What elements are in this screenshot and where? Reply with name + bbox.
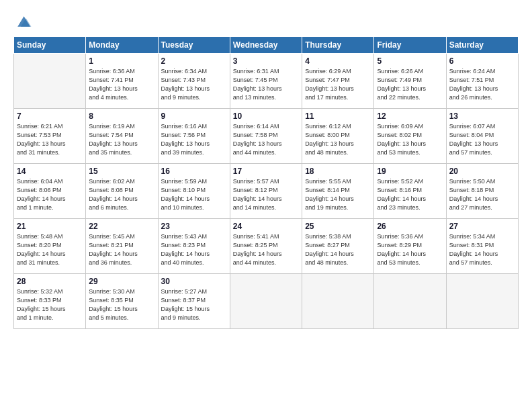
- day-info: Sunrise: 5:38 AM Sunset: 8:27 PM Dayligh…: [305, 232, 371, 267]
- calendar-cell: 22Sunrise: 5:45 AM Sunset: 8:21 PM Dayli…: [86, 219, 158, 274]
- calendar-cell: [446, 274, 518, 329]
- calendar-cell: 15Sunrise: 6:02 AM Sunset: 8:08 PM Dayli…: [86, 164, 158, 219]
- calendar-cell: 18Sunrise: 5:55 AM Sunset: 8:14 PM Dayli…: [302, 164, 374, 219]
- calendar-cell: 1Sunrise: 6:36 AM Sunset: 7:41 PM Daylig…: [86, 54, 158, 109]
- calendar-cell: 23Sunrise: 5:43 AM Sunset: 8:23 PM Dayli…: [158, 219, 230, 274]
- day-info: Sunrise: 6:21 AM Sunset: 7:53 PM Dayligh…: [17, 122, 83, 157]
- day-info: Sunrise: 5:27 AM Sunset: 8:37 PM Dayligh…: [161, 287, 227, 322]
- calendar-cell: 30Sunrise: 5:27 AM Sunset: 8:37 PM Dayli…: [158, 274, 230, 329]
- calendar-cell: 11Sunrise: 6:12 AM Sunset: 8:00 PM Dayli…: [302, 109, 374, 164]
- day-info: Sunrise: 6:12 AM Sunset: 8:00 PM Dayligh…: [305, 122, 371, 157]
- day-number: 26: [377, 222, 443, 231]
- calendar-cell: 17Sunrise: 5:57 AM Sunset: 8:12 PM Dayli…: [230, 164, 302, 219]
- day-info: Sunrise: 5:57 AM Sunset: 8:12 PM Dayligh…: [233, 177, 299, 212]
- day-info: Sunrise: 6:29 AM Sunset: 7:47 PM Dayligh…: [305, 67, 371, 102]
- day-number: 27: [449, 222, 515, 231]
- day-number: 2: [161, 56, 227, 66]
- calendar-cell: [230, 274, 302, 329]
- day-number: 24: [233, 222, 299, 231]
- day-info: Sunrise: 6:31 AM Sunset: 7:45 PM Dayligh…: [233, 67, 299, 102]
- col-header-sunday: Sunday: [14, 37, 86, 54]
- calendar-cell: 9Sunrise: 6:16 AM Sunset: 7:56 PM Daylig…: [158, 109, 230, 164]
- day-number: 9: [161, 111, 227, 121]
- calendar-cell: 19Sunrise: 5:52 AM Sunset: 8:16 PM Dayli…: [374, 164, 446, 219]
- calendar-cell: 5Sunrise: 6:26 AM Sunset: 7:49 PM Daylig…: [374, 54, 446, 109]
- day-number: 30: [161, 277, 227, 286]
- calendar-cell: 21Sunrise: 5:48 AM Sunset: 8:20 PM Dayli…: [14, 219, 86, 274]
- col-header-monday: Monday: [86, 37, 158, 54]
- calendar-cell: [14, 54, 86, 109]
- day-info: Sunrise: 5:59 AM Sunset: 8:10 PM Dayligh…: [161, 177, 227, 212]
- day-info: Sunrise: 6:26 AM Sunset: 7:49 PM Dayligh…: [377, 67, 443, 102]
- day-info: Sunrise: 5:48 AM Sunset: 8:20 PM Dayligh…: [17, 232, 83, 267]
- day-info: Sunrise: 5:50 AM Sunset: 8:18 PM Dayligh…: [449, 177, 515, 212]
- calendar-cell: 8Sunrise: 6:19 AM Sunset: 7:54 PM Daylig…: [86, 109, 158, 164]
- day-number: 22: [89, 222, 154, 231]
- day-number: 4: [305, 56, 371, 66]
- day-number: 23: [161, 222, 227, 231]
- day-info: Sunrise: 5:32 AM Sunset: 8:33 PM Dayligh…: [17, 287, 83, 322]
- day-info: Sunrise: 5:52 AM Sunset: 8:16 PM Dayligh…: [377, 177, 443, 212]
- day-number: 20: [449, 167, 515, 176]
- calendar-cell: 3Sunrise: 6:31 AM Sunset: 7:45 PM Daylig…: [230, 54, 302, 109]
- calendar-cell: 16Sunrise: 5:59 AM Sunset: 8:10 PM Dayli…: [158, 164, 230, 219]
- day-number: 17: [233, 167, 299, 176]
- day-number: 16: [161, 167, 227, 176]
- day-number: 3: [233, 56, 299, 66]
- day-info: Sunrise: 5:43 AM Sunset: 8:23 PM Dayligh…: [161, 232, 227, 267]
- calendar-cell: [302, 274, 374, 329]
- day-number: 18: [305, 167, 371, 176]
- calendar-cell: 4Sunrise: 6:29 AM Sunset: 7:47 PM Daylig…: [302, 54, 374, 109]
- col-header-tuesday: Tuesday: [158, 37, 230, 54]
- day-number: 29: [89, 277, 154, 286]
- day-info: Sunrise: 6:19 AM Sunset: 7:54 PM Dayligh…: [89, 122, 154, 157]
- day-info: Sunrise: 5:45 AM Sunset: 8:21 PM Dayligh…: [89, 232, 154, 267]
- day-info: Sunrise: 6:16 AM Sunset: 7:56 PM Dayligh…: [161, 122, 227, 157]
- day-number: 13: [449, 111, 515, 121]
- calendar-cell: 26Sunrise: 5:36 AM Sunset: 8:29 PM Dayli…: [374, 219, 446, 274]
- calendar-cell: 20Sunrise: 5:50 AM Sunset: 8:18 PM Dayli…: [446, 164, 518, 219]
- col-header-wednesday: Wednesday: [230, 37, 302, 54]
- calendar-cell: 2Sunrise: 6:34 AM Sunset: 7:43 PM Daylig…: [158, 54, 230, 109]
- day-info: Sunrise: 6:04 AM Sunset: 8:06 PM Dayligh…: [17, 177, 83, 212]
- calendar-cell: 28Sunrise: 5:32 AM Sunset: 8:33 PM Dayli…: [14, 274, 86, 329]
- calendar-cell: [374, 274, 446, 329]
- calendar-cell: 14Sunrise: 6:04 AM Sunset: 8:06 PM Dayli…: [14, 164, 86, 219]
- day-number: 7: [17, 111, 83, 121]
- day-info: Sunrise: 6:02 AM Sunset: 8:08 PM Dayligh…: [89, 177, 154, 212]
- day-number: 15: [89, 167, 154, 176]
- calendar-cell: 27Sunrise: 5:34 AM Sunset: 8:31 PM Dayli…: [446, 219, 518, 274]
- calendar-cell: 13Sunrise: 6:07 AM Sunset: 8:04 PM Dayli…: [446, 109, 518, 164]
- calendar-cell: 25Sunrise: 5:38 AM Sunset: 8:27 PM Dayli…: [302, 219, 374, 274]
- day-info: Sunrise: 5:36 AM Sunset: 8:29 PM Dayligh…: [377, 232, 443, 267]
- col-header-saturday: Saturday: [446, 37, 518, 54]
- day-number: 5: [377, 56, 443, 66]
- calendar-cell: 12Sunrise: 6:09 AM Sunset: 8:02 PM Dayli…: [374, 109, 446, 164]
- calendar-table: SundayMondayTuesdayWednesdayThursdayFrid…: [13, 36, 519, 329]
- col-header-thursday: Thursday: [302, 37, 374, 54]
- calendar-cell: 7Sunrise: 6:21 AM Sunset: 7:53 PM Daylig…: [14, 109, 86, 164]
- day-number: 21: [17, 222, 83, 231]
- day-number: 10: [233, 111, 299, 121]
- day-number: 25: [305, 222, 371, 231]
- logo: [13, 12, 35, 31]
- day-info: Sunrise: 6:14 AM Sunset: 7:58 PM Dayligh…: [233, 122, 299, 157]
- col-header-friday: Friday: [374, 37, 446, 54]
- day-info: Sunrise: 5:55 AM Sunset: 8:14 PM Dayligh…: [305, 177, 371, 212]
- day-info: Sunrise: 5:30 AM Sunset: 8:35 PM Dayligh…: [89, 287, 154, 322]
- day-number: 19: [377, 167, 443, 176]
- day-number: 1: [89, 56, 154, 66]
- day-number: 11: [305, 111, 371, 121]
- calendar-cell: 29Sunrise: 5:30 AM Sunset: 8:35 PM Dayli…: [86, 274, 158, 329]
- day-info: Sunrise: 6:07 AM Sunset: 8:04 PM Dayligh…: [449, 122, 515, 157]
- day-number: 12: [377, 111, 443, 121]
- day-number: 8: [89, 111, 154, 121]
- day-info: Sunrise: 6:24 AM Sunset: 7:51 PM Dayligh…: [449, 67, 515, 102]
- day-info: Sunrise: 5:41 AM Sunset: 8:25 PM Dayligh…: [233, 232, 299, 267]
- day-info: Sunrise: 6:34 AM Sunset: 7:43 PM Dayligh…: [161, 67, 227, 102]
- day-info: Sunrise: 5:34 AM Sunset: 8:31 PM Dayligh…: [449, 232, 515, 267]
- day-info: Sunrise: 6:09 AM Sunset: 8:02 PM Dayligh…: [377, 122, 443, 157]
- day-number: 28: [17, 277, 83, 286]
- day-info: Sunrise: 6:36 AM Sunset: 7:41 PM Dayligh…: [89, 67, 154, 102]
- calendar-cell: 6Sunrise: 6:24 AM Sunset: 7:51 PM Daylig…: [446, 54, 518, 109]
